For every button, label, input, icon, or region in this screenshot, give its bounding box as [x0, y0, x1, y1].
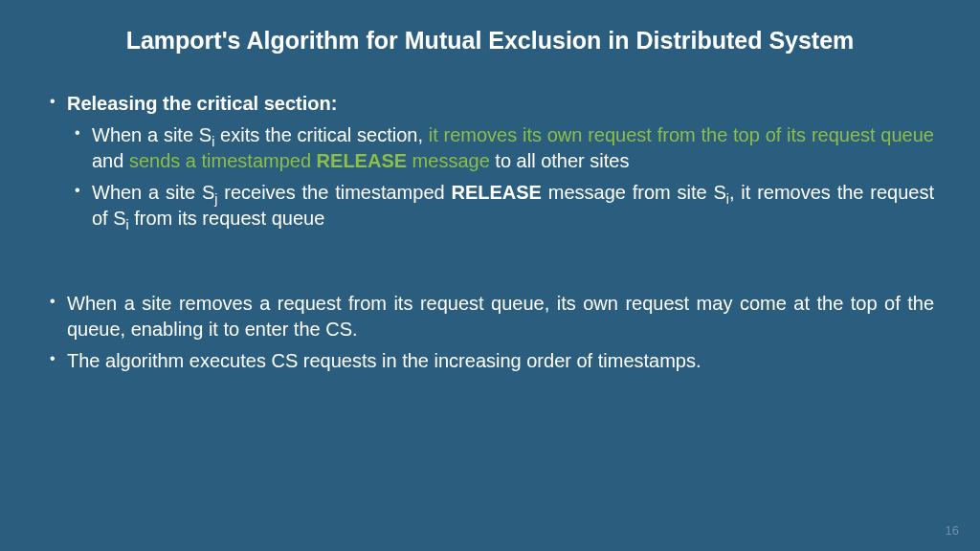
slide-container: Lamport's Algorithm for Mutual Exclusion… — [0, 0, 980, 407]
page-number: 16 — [946, 523, 959, 538]
bullet-3: When a site removes a request from its r… — [46, 291, 934, 342]
slide-title: Lamport's Algorithm for Mutual Exclusion… — [46, 27, 934, 55]
text-part: from its request queue — [129, 208, 325, 229]
section-header-text: Releasing the critical section: — [67, 93, 337, 114]
bold-text: RELEASE — [451, 182, 541, 203]
sub-bullet-2: When a site Sj receives the timestamped … — [71, 180, 934, 231]
spacer — [46, 237, 934, 291]
section-header-bullet: Releasing the critical section: — [46, 91, 934, 117]
text-part: and — [92, 150, 129, 171]
text-part: to all other sites — [490, 150, 630, 171]
highlighted-text: message — [407, 150, 490, 171]
highlighted-bold-text: RELEASE — [317, 150, 407, 171]
text-part: exits the critical section, — [214, 124, 428, 145]
text-part: When a site S — [92, 182, 214, 203]
highlighted-text: sends a timestamped — [129, 150, 317, 171]
text-part: message from site S — [542, 182, 726, 203]
slide-content: Releasing the critical section: When a s… — [46, 91, 934, 374]
text-part: When a site S — [92, 124, 212, 145]
bullet-4: The algorithm executes CS requests in th… — [46, 348, 934, 374]
text-part: receives the timestamped — [217, 182, 451, 203]
highlighted-text: it removes its own request from the top … — [429, 124, 934, 145]
sub-bullet-1: When a site Si exits the critical sectio… — [71, 122, 934, 174]
